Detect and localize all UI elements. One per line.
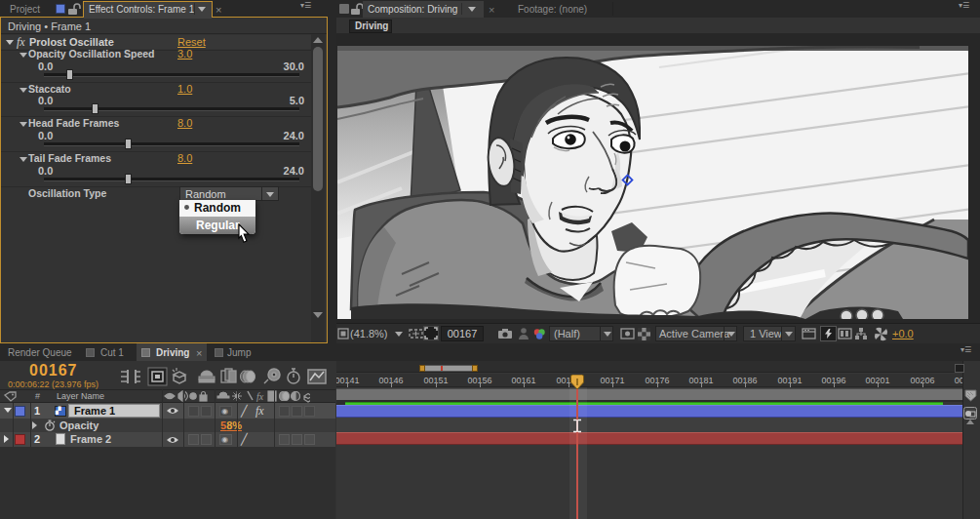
svg-text:fx: fx	[256, 391, 264, 402]
